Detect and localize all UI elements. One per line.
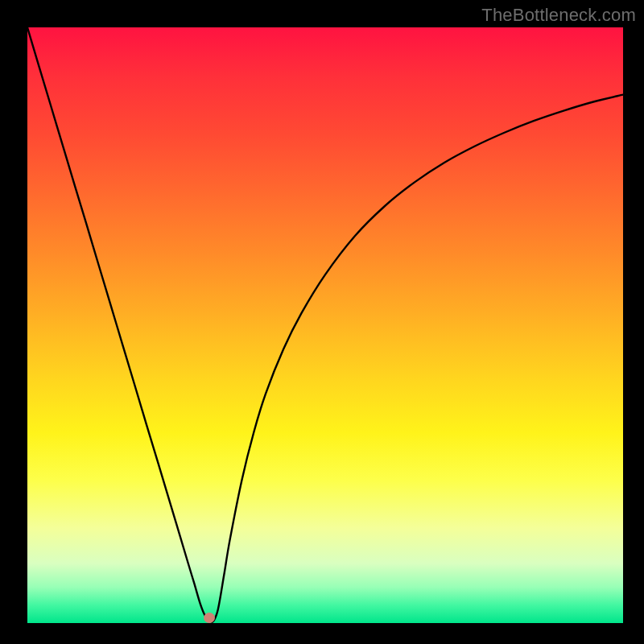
minimum-point-dot	[204, 613, 215, 623]
plot-area	[27, 27, 623, 623]
chart-frame: TheBottleneck.com	[0, 0, 644, 644]
watermark-text: TheBottleneck.com	[481, 5, 636, 26]
bottleneck-curve	[27, 27, 623, 622]
curve-layer	[27, 27, 623, 623]
